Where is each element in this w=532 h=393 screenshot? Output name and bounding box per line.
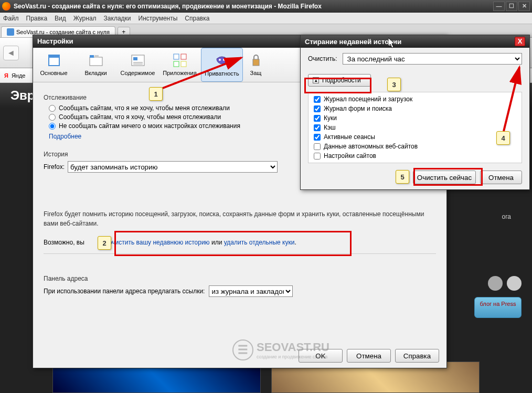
- privacy-mask-icon: [214, 52, 230, 69]
- addressbar-group-label: Панель адреса: [44, 275, 436, 282]
- check-browsing-history[interactable]: Журнал посещений и загрузок: [308, 94, 522, 104]
- menu-bookmarks[interactable]: Закладки: [104, 15, 131, 22]
- callout-2: 2: [98, 236, 111, 250]
- history-description: Firefox будет помнить историю посещений,…: [44, 209, 436, 228]
- callout-1: 1: [149, 87, 163, 101]
- radio-input[interactable]: [49, 114, 56, 121]
- tab-content[interactable]: Содержимое: [117, 48, 159, 82]
- yandex-logo: Я: [4, 72, 8, 79]
- cancel-button[interactable]: Отмена: [480, 171, 522, 184]
- check-forms-search[interactable]: Журнал форм и поиска: [308, 104, 522, 113]
- history-mode-select[interactable]: будет запоминать историю: [68, 161, 278, 173]
- svg-rect-12: [181, 61, 186, 67]
- chevron-up-icon: ▴: [313, 77, 319, 83]
- clear-history-link[interactable]: очистить вашу недавнюю историю: [109, 239, 210, 246]
- menu-edit[interactable]: Правка: [26, 15, 48, 22]
- check-cookies[interactable]: Куки: [308, 113, 522, 123]
- clear-history-title: Стирание недавней истории X: [301, 35, 529, 48]
- security-lock-icon: [248, 52, 264, 69]
- clear-now-button[interactable]: Очистить сейчас: [413, 171, 476, 184]
- tab-applications[interactable]: Приложения: [159, 48, 201, 82]
- svg-rect-4: [94, 55, 99, 58]
- general-icon: [46, 52, 62, 69]
- learn-more-link[interactable]: Подробнее: [49, 133, 81, 140]
- svg-rect-15: [253, 59, 259, 66]
- dialog-close-button[interactable]: X: [515, 37, 525, 46]
- remove-cookies-link[interactable]: удалить отдельные куки: [224, 239, 295, 246]
- help-button[interactable]: Справка: [395, 349, 439, 363]
- clear-history-dialog: Стирание недавней истории X Очистить: За…: [300, 35, 530, 190]
- menu-tools[interactable]: Инструменты: [139, 15, 178, 22]
- svg-rect-2: [90, 57, 102, 66]
- callout-4: 4: [496, 131, 510, 145]
- back-button[interactable]: ◄: [3, 46, 19, 60]
- clear-range-label: Очистить:: [308, 55, 337, 62]
- svg-point-13: [219, 59, 221, 61]
- window-title: SeoVast.ru - создание сайта с нуля: его …: [14, 3, 322, 10]
- history-prefix: Firefox:: [44, 163, 65, 171]
- details-toggle-button[interactable]: ▴ Подробности: [308, 74, 371, 87]
- firefox-icon: [2, 2, 10, 10]
- svg-point-14: [223, 59, 225, 61]
- clear-items-list: Журнал посещений и загрузок Журнал форм …: [308, 92, 522, 163]
- tabs-icon: [88, 52, 104, 69]
- check-offline-data[interactable]: Данные автономных веб-сайтов: [308, 142, 522, 151]
- check-active-sessions[interactable]: Активные сеансы: [308, 132, 522, 142]
- widget-icon[interactable]: [488, 276, 503, 291]
- svg-rect-9: [174, 54, 179, 59]
- addressbar-suggest-select[interactable]: из журнала и закладок: [209, 285, 293, 297]
- check-site-settings[interactable]: Настройки сайтов: [308, 151, 522, 161]
- svg-rect-1: [49, 55, 59, 58]
- callout-5: 5: [396, 170, 409, 184]
- svg-rect-11: [174, 61, 179, 67]
- clear-range-select[interactable]: За последний час: [343, 53, 522, 65]
- callout-3: 3: [387, 78, 401, 91]
- menu-bar: Файл Правка Вид Журнал Закладки Инструме…: [0, 13, 532, 24]
- svg-rect-3: [90, 55, 94, 58]
- tab-tabs[interactable]: Вкладки: [75, 48, 117, 82]
- mouse-cursor-icon: [388, 38, 397, 49]
- tab-general[interactable]: Основные: [33, 48, 75, 82]
- cancel-button[interactable]: Отмена: [347, 349, 391, 363]
- tab-privacy[interactable]: Приватность: [201, 48, 243, 82]
- radio-input[interactable]: [49, 123, 56, 130]
- minimize-button[interactable]: —: [493, 2, 505, 11]
- menu-help[interactable]: Справка: [185, 15, 209, 22]
- tab-favicon: [7, 28, 14, 36]
- check-cache[interactable]: Кэш: [308, 123, 522, 132]
- tab-security[interactable]: Защ: [243, 48, 269, 82]
- page-widgets: [488, 276, 522, 291]
- close-button[interactable]: ✕: [518, 2, 530, 11]
- menu-file[interactable]: Файл: [3, 15, 19, 22]
- svg-rect-10: [181, 54, 186, 59]
- window-titlebar: SeoVast.ru - создание сайта с нуля: его …: [0, 0, 532, 13]
- maximize-button[interactable]: ☐: [506, 2, 517, 11]
- watermark-icon: ☰: [232, 339, 253, 360]
- content-icon: [130, 52, 146, 69]
- watermark: ☰ SEOVAST.RU создание и продвижение сайт…: [232, 339, 329, 360]
- applications-icon: [172, 52, 188, 69]
- radio-input[interactable]: [49, 105, 56, 112]
- blog-button[interactable]: блог на Press: [474, 297, 522, 318]
- addressbar-prefix: При использовании панели адреса предлага…: [44, 288, 205, 295]
- menu-view[interactable]: Вид: [55, 15, 66, 22]
- svg-rect-6: [133, 57, 137, 60]
- yandex-label: Янде: [12, 72, 26, 79]
- page-right-text: ога: [502, 213, 511, 220]
- widget-icon[interactable]: [507, 276, 522, 291]
- menu-history[interactable]: Журнал: [73, 15, 97, 22]
